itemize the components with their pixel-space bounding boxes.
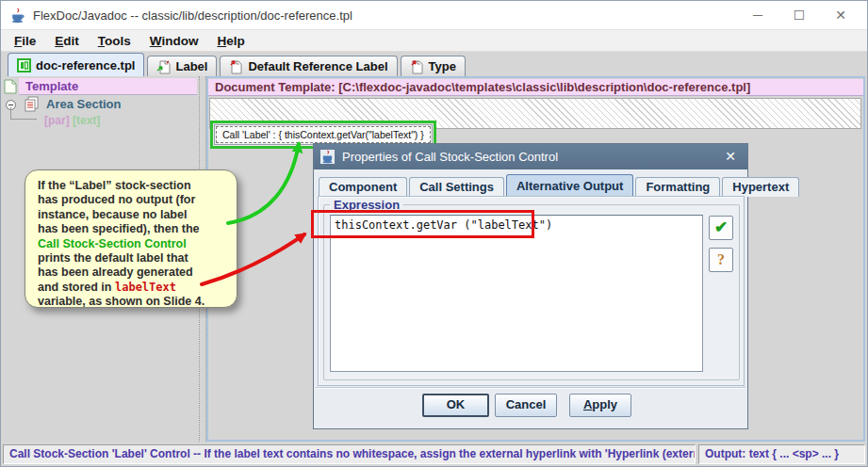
application-window: FlexDoc/Javadoc -- classic/lib/descripti… [0, 0, 868, 467]
template-canvas: Call 'Label' : { thisContext.getVar("lab… [209, 98, 861, 129]
minimize-button[interactable]: ─ [737, 1, 778, 30]
tree-root-template[interactable]: Template [19, 78, 197, 95]
template-grid-icon [17, 58, 31, 72]
tab-label: Default Reference Label [248, 59, 387, 73]
expression-highlight-box [311, 210, 534, 238]
callout-line: has been already generated [38, 266, 233, 280]
window-title: FlexDoc/Javadoc -- classic/lib/descripti… [33, 8, 352, 23]
dialog-title-bar: Properties of Call Stock-Section Control… [314, 144, 747, 169]
menu-bar: File Edit Tools Window Help [1, 30, 867, 52]
dialog-tab-bar: Component Call Settings Alternative Outp… [319, 175, 801, 197]
callout-line: and stored in labelText [38, 281, 233, 295]
menu-edit[interactable]: Edit [45, 34, 89, 48]
callout-line: prints the default label that [38, 251, 233, 266]
page-red-arrow-icon [229, 59, 243, 74]
expression-textarea[interactable]: thisContext.getVar ("labelText") [330, 215, 703, 372]
ok-button[interactable]: OK [422, 394, 489, 417]
java-logo-icon [320, 150, 335, 164]
tree-node-area-section[interactable]: Area Section [46, 97, 121, 111]
tab-formatting[interactable]: Formatting [635, 177, 720, 197]
tab-type[interactable]: Type [401, 56, 466, 76]
status-output: Output: text { ... <sp> ... } [698, 444, 865, 464]
annotation-callout: If the “Label” stock-section has produce… [25, 169, 237, 308]
status-message: Call Stock-Section 'Label' Control -- If… [3, 444, 696, 464]
cancel-button[interactable]: Cancel [495, 394, 557, 417]
properties-dialog: Properties of Call Stock-Section Control… [313, 143, 748, 429]
call-element-frame: Call 'Label' : { thisContext.getVar("lab… [214, 124, 433, 145]
tab-doc-reference[interactable]: doc-reference.tpl [8, 53, 144, 76]
page-import-icon [156, 59, 171, 74]
par-hint: [par] [44, 114, 70, 127]
callout-control-reference: Call Stock-Section Control [38, 237, 233, 251]
tab-label: Label [175, 59, 207, 73]
editor-tab-bar: doc-reference.tpl Label Default Referenc… [1, 52, 867, 76]
help-icon: ? [717, 251, 725, 267]
apply-button[interactable]: Apply [569, 394, 631, 417]
template-page-icon [4, 79, 17, 94]
check-icon: ✔ [714, 218, 728, 236]
dialog-separator [316, 387, 745, 389]
close-button[interactable]: ✕ [820, 1, 861, 30]
validate-expression-button[interactable]: ✔ [709, 216, 733, 240]
call-element-text: Call 'Label' : { thisContext.getVar("lab… [216, 126, 431, 143]
tab-hypertext[interactable]: Hypertext [722, 177, 799, 197]
callout-line: instance, because no label [38, 208, 233, 222]
tab-component[interactable]: Component [319, 177, 407, 197]
title-bar: FlexDoc/Javadoc -- classic/lib/descripti… [1, 1, 867, 30]
maximize-button[interactable]: ☐ [778, 1, 820, 30]
tab-call-settings[interactable]: Call Settings [409, 177, 504, 197]
dialog-close-icon[interactable]: ✕ [717, 144, 744, 169]
tab-label: doc-reference.tpl [36, 58, 135, 72]
menu-window[interactable]: Window [140, 34, 208, 48]
expression-help-button[interactable]: ? [709, 248, 733, 272]
menu-help[interactable]: Help [207, 34, 254, 48]
page-red-arrow-icon [410, 59, 424, 74]
document-template-header: Document Template: [C:\flexdoc-javadoc\t… [208, 79, 863, 96]
callout-line: has produced no output (for [38, 193, 233, 207]
menu-tools[interactable]: Tools [89, 34, 140, 48]
tab-alternative-output[interactable]: Alternative Output [506, 174, 633, 197]
callout-line: has been specified), then the [38, 222, 233, 236]
tree-node-par-text[interactable]: [par] [text] [44, 114, 100, 127]
tab-default-reference-label[interactable]: Default Reference Label [220, 56, 397, 76]
callout-line: variable, as shown on Slide 4. [38, 295, 233, 309]
callout-line: If the “Label” stock-section [38, 179, 233, 193]
tab-label: Type [429, 59, 456, 73]
text-hint: [text] [73, 114, 100, 127]
java-logo-icon [9, 8, 25, 24]
tab-label-section[interactable]: Label [147, 56, 217, 76]
status-bar: Call Stock-Section 'Label' Control -- If… [1, 443, 867, 465]
menu-file[interactable]: File [5, 34, 45, 48]
dialog-title: Properties of Call Stock-Section Control [342, 150, 558, 164]
labeltext-variable-reference: labelText [115, 281, 176, 294]
tree-connector [10, 107, 37, 120]
